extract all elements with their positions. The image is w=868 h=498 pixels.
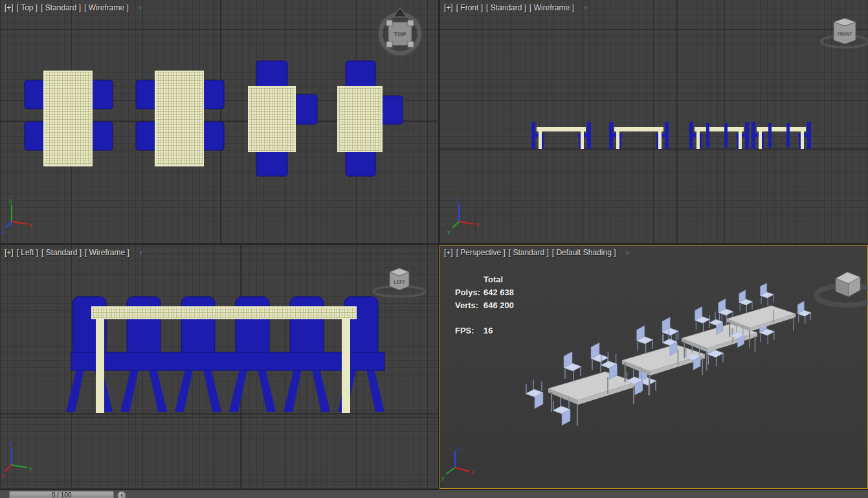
viewport-top-label-bar: [+] [ Top ] [ Standard ] [ Wireframe ] ▼ [5,3,144,12]
compass-north-icon[interactable] [394,8,406,17]
svg-text:x: x [29,221,32,228]
svg-text:z: z [458,445,461,451]
viewcube[interactable] [816,272,868,305]
table-set-4-front[interactable] [751,122,811,149]
top-viewport-canvas[interactable]: TOP y x z [0,0,438,243]
viewport-perspective-active[interactable]: [+] [ Perspective ] [ Standard ] [ Defau… [440,245,868,489]
viewport-general-menu[interactable]: [+] [444,3,453,12]
front-viewport-canvas[interactable]: FRONT z x y [440,0,868,243]
svg-text:z: z [9,441,12,447]
viewport-general-menu[interactable]: [+] [5,3,14,12]
time-slider-arrow-button[interactable]: ‹ [117,491,126,498]
viewport-pov-menu[interactable]: [ Front ] [456,3,483,12]
viewcube-face-label[interactable]: LEFT [394,280,405,284]
viewport-render-preset-menu[interactable]: [ Standard ] [486,3,526,12]
axis-tripod: z x y [447,198,480,235]
svg-text:y: y [9,198,12,204]
dropdown-arrow-icon[interactable]: ▼ [138,249,144,256]
stats-polys-value: 642 638 [484,286,514,299]
svg-text:x: x [476,221,480,228]
svg-text:z: z [456,198,460,204]
dropdown-arrow-icon[interactable]: ▼ [137,5,144,12]
time-slider-handle[interactable]: 0 / 100 [9,491,114,498]
stats-verts-label: Verts: [455,299,484,312]
dropdown-arrow-icon[interactable]: ▼ [625,249,631,256]
svg-text:x: x [1,472,5,479]
viewcube[interactable]: TOP [377,8,423,57]
viewport-left-label-bar: [+] [ Left ] [ Standard ] [ Wireframe ] … [5,248,144,257]
time-slider-track[interactable]: 0 / 100 ‹ [0,490,868,498]
axis-tripod: z x y [441,445,474,481]
3d-application-viewport-area: [+] [ Top ] [ Standard ] [ Wireframe ] ▼ [0,0,868,498]
axis-tripod: y x z [1,198,32,235]
viewport-left[interactable]: [+] [ Left ] [ Standard ] [ Wireframe ] … [0,245,438,489]
table-set-left-wireframe[interactable] [66,297,384,413]
table-set-1-front[interactable] [531,122,591,149]
dropdown-arrow-icon[interactable]: ▼ [583,5,589,12]
viewport-front[interactable]: [+] [ Front ] [ Standard ] [ Wireframe ]… [440,0,868,243]
table-set-3-top[interactable] [249,61,317,176]
viewport-render-preset-menu[interactable]: [ Standard ] [509,248,549,257]
viewcube-face-label[interactable]: FRONT [838,32,852,36]
table-set-2-top[interactable] [136,71,224,166]
svg-text:y: y [441,475,445,481]
viewport-perspective-label-bar: [+] [ Perspective ] [ Standard ] [ Defau… [444,248,630,257]
table-set-3-front[interactable] [689,122,749,149]
svg-text:y: y [447,229,451,235]
viewport-pov-menu[interactable]: [ Top ] [17,3,38,12]
stats-total-label: Total [484,273,503,286]
viewport-shading-menu[interactable]: [ Default Shading ] [552,248,616,257]
left-viewport-canvas[interactable]: LEFT z y x [0,245,438,489]
svg-text:y: y [29,465,32,471]
viewport-statistics: Total Polys:642 638 Verts:646 200 FPS:16 [455,273,514,337]
axis-tripod: z y x [1,441,32,479]
viewcube[interactable]: LEFT [373,268,425,297]
stats-fps-value: 16 [484,324,493,337]
viewport-general-menu[interactable]: [+] [5,248,14,257]
viewport-render-preset-menu[interactable]: [ Standard ] [41,248,82,257]
table-set-4-top[interactable] [338,61,403,176]
viewport-front-label-bar: [+] [ Front ] [ Standard ] [ Wireframe ]… [444,3,589,12]
viewport-shading-menu[interactable]: [ Wireframe ] [84,3,129,12]
stats-fps-label: FPS: [455,324,484,337]
stats-polys-label: Polys: [455,286,484,299]
viewcube[interactable]: FRONT [821,18,868,47]
table-set-2-front[interactable] [609,122,669,149]
table-set-1-top[interactable] [25,71,113,166]
viewport-general-menu[interactable]: [+] [444,248,453,257]
viewport-shading-menu[interactable]: [ Wireframe ] [85,248,129,257]
viewport-pov-menu[interactable]: [ Perspective ] [456,248,506,257]
viewport-top[interactable]: [+] [ Top ] [ Standard ] [ Wireframe ] ▼ [0,0,438,243]
stats-verts-value: 646 200 [484,299,514,312]
viewport-pov-menu[interactable]: [ Left ] [17,248,38,257]
viewport-shading-menu[interactable]: [ Wireframe ] [529,3,574,12]
svg-text:z: z [1,229,5,235]
viewcube-face-label[interactable]: TOP [394,31,406,38]
svg-text:x: x [471,469,474,475]
viewport-render-preset-menu[interactable]: [ Standard ] [41,3,81,12]
